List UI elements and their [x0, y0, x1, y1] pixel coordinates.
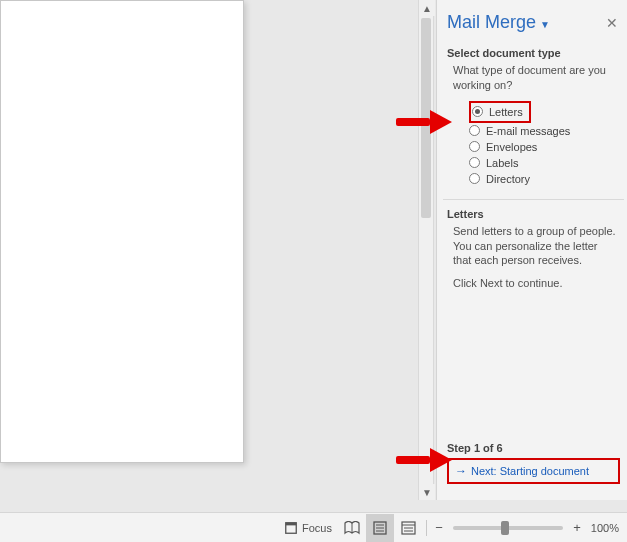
focus-mode-button[interactable]: Focus: [278, 514, 338, 542]
vertical-scrollbar[interactable]: ▲ ▼: [418, 0, 434, 500]
status-bar: Focus −: [0, 512, 627, 542]
scrollbar-track[interactable]: [419, 16, 433, 484]
divider: [443, 199, 624, 200]
divider: [426, 520, 427, 536]
radio-letters[interactable]: Letters: [472, 104, 523, 120]
radio-email-messages[interactable]: E-mail messages: [469, 123, 620, 139]
radio-directory[interactable]: Directory: [469, 171, 620, 187]
document-canvas[interactable]: [0, 0, 244, 463]
zoom-slider[interactable]: [453, 526, 563, 530]
section-continue: Click Next to continue.: [447, 274, 620, 297]
web-layout-icon: [401, 521, 416, 535]
print-layout-icon: [373, 521, 387, 535]
zoom-out-button[interactable]: −: [431, 520, 447, 536]
section-title-letters: Letters: [447, 208, 620, 220]
radio-icon: [469, 157, 480, 168]
radio-label: Labels: [486, 157, 518, 169]
radio-envelopes[interactable]: Envelopes: [469, 139, 620, 155]
zoom-in-button[interactable]: +: [569, 520, 585, 536]
next-link-text: Next: Starting document: [471, 465, 589, 477]
view-web-layout-button[interactable]: [394, 514, 422, 542]
focus-label: Focus: [302, 522, 332, 534]
mail-merge-pane: Mail Merge ▼ ✕ Select document type What…: [436, 0, 627, 500]
zoom-slider-thumb[interactable]: [501, 521, 509, 535]
arrow-right-icon: →: [455, 464, 467, 478]
doc-type-radio-group: Letters E-mail messages Envelopes Labels…: [447, 99, 620, 193]
svg-rect-5: [286, 522, 297, 525]
scroll-down-icon[interactable]: ▼: [419, 484, 435, 500]
view-print-layout-button[interactable]: [366, 514, 394, 542]
radio-icon: [469, 173, 480, 184]
radio-label: Directory: [486, 173, 530, 185]
step-label: Step 1 of 6: [447, 442, 620, 458]
radio-labels[interactable]: Labels: [469, 155, 620, 171]
zoom-level[interactable]: 100%: [585, 522, 627, 534]
scrollbar-thumb[interactable]: [421, 18, 431, 218]
radio-label: Envelopes: [486, 141, 537, 153]
radio-label: Letters: [489, 106, 523, 118]
section-title-doc-type: Select document type: [447, 47, 620, 59]
read-mode-icon: [344, 521, 360, 535]
focus-icon: [284, 521, 298, 535]
section-prompt: What type of document are you working on…: [447, 61, 620, 99]
next-step-link[interactable]: → Next: Starting document: [447, 458, 620, 484]
radio-icon: [469, 141, 480, 152]
chevron-down-icon: ▼: [540, 19, 550, 30]
scroll-up-icon[interactable]: ▲: [419, 0, 435, 16]
pane-title[interactable]: Mail Merge ▼: [447, 12, 550, 33]
section-body-letters: Send letters to a group of people. You c…: [447, 222, 620, 275]
radio-label: E-mail messages: [486, 125, 570, 137]
radio-icon: [472, 106, 483, 117]
radio-icon: [469, 125, 480, 136]
pane-title-text: Mail Merge: [447, 12, 536, 33]
view-read-mode-button[interactable]: [338, 514, 366, 542]
close-icon[interactable]: ✕: [604, 13, 620, 33]
